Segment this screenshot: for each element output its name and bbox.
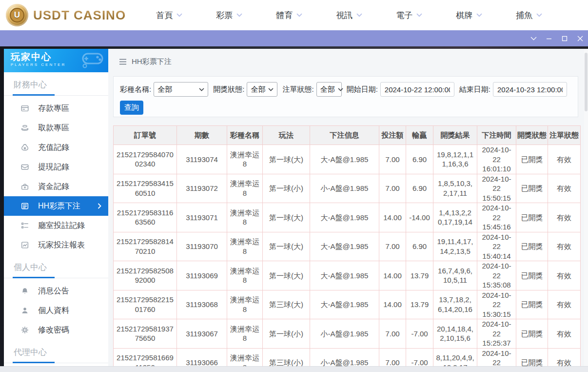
table-cell: 31193068 xyxy=(177,290,227,319)
table-cell: 2152172958166911250 xyxy=(114,348,177,366)
table-cell: 14.00 xyxy=(379,290,406,319)
sidebar-item[interactable]: 個人資料 xyxy=(4,301,108,320)
sidebar-item-label: 消息公告 xyxy=(38,286,69,296)
nav-item[interactable]: 體育 xyxy=(276,10,302,21)
lottery-icon xyxy=(20,202,29,210)
scrollbar-thumb[interactable] xyxy=(585,53,588,111)
column-header: 彩種名稱 xyxy=(227,126,263,145)
table-cell: 31193069 xyxy=(177,261,227,290)
chevron-right-icon xyxy=(98,203,101,209)
nav-item[interactable]: 彩票 xyxy=(216,10,242,21)
search-button[interactable]: 查詢 xyxy=(120,101,143,115)
column-header: 訂單號 xyxy=(114,126,177,145)
table-cell: 大-A盤@1.985 xyxy=(310,232,379,261)
start-date-input[interactable] xyxy=(380,82,454,97)
chevron-down-icon xyxy=(268,88,274,91)
sidebar-header: 玩家中心 PLAYERS CENTER xyxy=(4,49,108,72)
table-row: 215217295825089200031193069澳洲幸运8第一球(大)大-… xyxy=(114,261,581,290)
top-nav: U USDT CASINO 首頁彩票體育視訊電子棋牌捕魚 xyxy=(0,0,588,30)
desktop-background: 玩家中心 PLAYERS CENTER 財務中心存款專區取款專區充值記錄提現記錄… xyxy=(0,46,588,372)
chevron-down-icon[interactable] xyxy=(526,30,541,46)
bets-table: 訂單號期數彩種名稱玩法下注信息投注額輸贏開獎結果下注時間開獎狀態注單狀態 215… xyxy=(113,125,581,366)
table-cell: 第一球(小) xyxy=(263,174,310,203)
table-cell: -14.00 xyxy=(406,203,433,232)
table-cell: 第一球(大) xyxy=(263,203,310,232)
sidebar-item[interactable]: 玩家投注報表 xyxy=(4,235,108,255)
table-cell: 有效 xyxy=(548,290,581,319)
minimize-icon[interactable] xyxy=(541,30,557,46)
nav-item[interactable]: 視訊 xyxy=(336,10,362,21)
table-cell: 小-A盤@1.985 xyxy=(310,348,379,366)
table-cell: 澳洲幸运8 xyxy=(227,203,263,232)
order-status-select[interactable]: 全部 xyxy=(316,82,342,97)
bottom-scroll-band xyxy=(0,366,588,372)
page-title: HH彩票下注 xyxy=(132,57,172,66)
sidebar-item[interactable]: 取款專區 xyxy=(4,118,108,138)
chevron-down-icon xyxy=(476,13,482,17)
sidebar-item[interactable]: 廳室投註記錄 xyxy=(4,216,108,235)
table-cell: 已開獎 xyxy=(516,319,548,349)
chevron-down-icon xyxy=(536,13,542,17)
column-header: 開獎結果 xyxy=(433,126,477,145)
gamepad-icon xyxy=(80,50,105,71)
column-header: 下注信息 xyxy=(310,126,379,145)
vertical-scrollbar[interactable] xyxy=(584,49,588,366)
table-cell: -7.00 xyxy=(406,319,433,349)
sidebar-item[interactable]: HH彩票下注 xyxy=(4,196,108,216)
close-icon[interactable] xyxy=(572,30,588,46)
lottery-select-value: 全部 xyxy=(157,85,172,94)
table-cell: 澳洲幸运8 xyxy=(227,319,263,349)
sidebar-item[interactable]: 提現記錄 xyxy=(4,157,108,177)
draw-status-select-label: 開獎狀態: xyxy=(213,85,244,94)
table-cell: 31193072 xyxy=(177,174,227,203)
table-cell: 有效 xyxy=(548,348,581,366)
table-cell: 2024-10-22 15:25:37 xyxy=(477,319,516,349)
sidebar-item[interactable]: 資金記錄 xyxy=(4,177,108,196)
table-cell: 7.00 xyxy=(379,174,406,203)
hall-records-icon xyxy=(20,221,29,230)
sidebar-item-label: HH彩票下注 xyxy=(38,201,80,211)
sidebar-section-title: 個人中心 xyxy=(4,255,108,277)
table-cell: 1,8,5,10,3,2,17,11 xyxy=(433,174,477,203)
draw-status-select[interactable]: 全部 xyxy=(247,82,277,97)
nav-item[interactable]: 電子 xyxy=(396,10,422,21)
table-cell: 31193066 xyxy=(177,348,227,366)
table-header-row: 訂單號期數彩種名稱玩法下注信息投注額輸贏開獎結果下注時間開獎狀態注單狀態 xyxy=(114,126,581,145)
sidebar-item[interactable]: 充值記錄 xyxy=(4,138,108,157)
table-cell: 2024-10-22 15:35:08 xyxy=(477,261,516,290)
end-date-input[interactable] xyxy=(493,82,567,97)
sidebar-item[interactable]: 修改密碼 xyxy=(4,320,108,340)
column-header: 開獎狀態 xyxy=(516,126,548,145)
table-cell: 7.00 xyxy=(379,319,406,349)
nav-item-label: 彩票 xyxy=(216,10,233,21)
recharge-icon xyxy=(20,143,29,152)
table-cell: 小-A盤@1.985 xyxy=(310,174,379,203)
column-header: 期數 xyxy=(177,126,227,145)
nav-item[interactable]: 首頁 xyxy=(156,10,182,21)
hamburger-menu-icon[interactable] xyxy=(119,59,127,65)
table-cell: 大-A盤@1.985 xyxy=(310,203,379,232)
logo[interactable]: U USDT CASINO xyxy=(6,4,126,26)
sidebar-section-title: 財務中心 xyxy=(4,72,108,94)
table-cell: 第一球(大) xyxy=(263,232,310,261)
nav-item[interactable]: 捕魚 xyxy=(516,10,542,21)
table-cell: 31193074 xyxy=(177,145,227,174)
column-header: 注單狀態 xyxy=(548,126,581,145)
chevron-down-icon xyxy=(176,13,182,17)
maximize-icon[interactable] xyxy=(557,30,572,46)
table-cell: 澳洲幸运8 xyxy=(227,232,263,261)
table-row: 215217295831166356031193071澳洲幸运8第一球(大)大-… xyxy=(114,203,581,232)
column-header: 下注時間 xyxy=(477,126,516,145)
table-cell: 2024-10-22 15:50:15 xyxy=(477,174,516,203)
sidebar-item[interactable]: 消息公告 xyxy=(4,281,108,301)
table-cell: 2152172958341560510 xyxy=(114,174,177,203)
table-cell: 已開獎 xyxy=(516,232,548,261)
table-cell: 16,7,4,9,6,10,5,11 xyxy=(433,261,477,290)
nav-item[interactable]: 棋牌 xyxy=(456,10,482,21)
table-cell: 澳洲幸运8 xyxy=(227,348,263,366)
lottery-select[interactable]: 全部 xyxy=(154,82,208,97)
table-cell: 13.79 xyxy=(406,261,433,290)
chevron-down-icon xyxy=(416,13,422,17)
sidebar-item[interactable]: 存款專區 xyxy=(4,99,108,118)
window-titlebar xyxy=(0,30,588,46)
